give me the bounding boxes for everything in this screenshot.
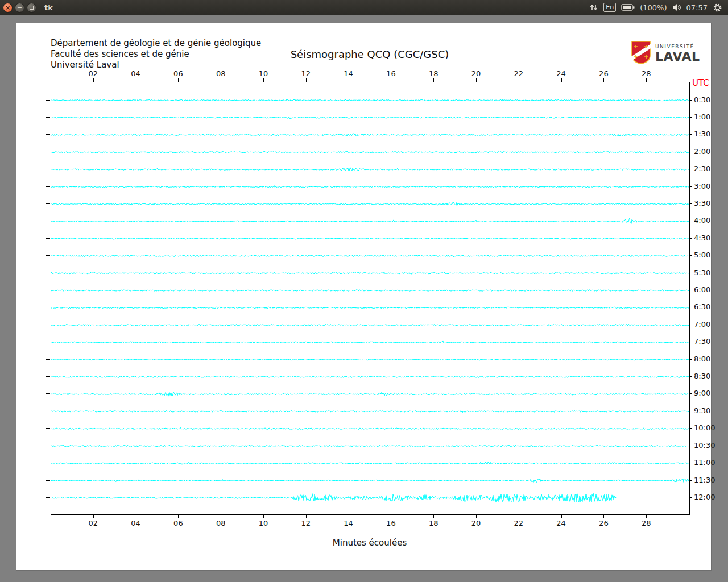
x-tick-bottom: [391, 514, 391, 518]
row-tick-left: [46, 325, 50, 325]
x-tick-bottom: [603, 514, 604, 518]
x-tick-top: [93, 78, 94, 82]
utc-row-label: 6:00: [694, 285, 710, 294]
x-tick-top: [561, 78, 562, 82]
row-tick-left: [46, 221, 50, 221]
row-tick-right: [689, 169, 692, 169]
x-tick-label-bottom: 14: [339, 519, 358, 527]
minimize-button[interactable]: −: [15, 3, 24, 13]
x-tick-label-bottom: 24: [552, 519, 571, 527]
x-tick-label-bottom: 08: [211, 519, 230, 527]
x-tick-bottom: [93, 514, 94, 518]
x-tick-label-top: 10: [254, 69, 273, 78]
row-tick-left: [46, 307, 50, 307]
x-tick-label-top: 16: [381, 69, 400, 78]
x-tick-label-top: 18: [424, 69, 443, 78]
utc-label: UTC: [692, 78, 709, 88]
x-tick-label-top: 22: [509, 69, 528, 78]
row-tick-left: [46, 393, 50, 394]
x-tick-bottom: [476, 514, 477, 518]
row-tick-left: [46, 169, 50, 169]
x-tick-top: [263, 78, 264, 82]
row-tick-left: [46, 463, 50, 463]
settings-gear-icon[interactable]: [713, 3, 722, 13]
x-tick-top: [136, 78, 136, 82]
utc-row-label: 5:30: [694, 268, 710, 277]
utc-row-label: 7:30: [694, 337, 710, 346]
laval-logo: UNIVERSITÉ LAVAL: [631, 40, 700, 66]
x-tick-label-bottom: 28: [636, 519, 656, 527]
row-tick-right: [689, 203, 692, 204]
row-tick-right: [689, 446, 692, 446]
row-tick-right: [689, 480, 692, 481]
laval-logo-text: UNIVERSITÉ LAVAL: [655, 44, 700, 63]
row-tick-right: [689, 290, 692, 290]
x-tick-top: [178, 78, 179, 82]
utc-row-label: 0:30: [694, 95, 710, 105]
x-tick-label-bottom: 16: [381, 519, 400, 527]
x-tick-bottom: [561, 514, 562, 518]
utc-row-label: 1:30: [694, 130, 710, 139]
row-tick-right: [689, 100, 692, 101]
x-tick-bottom: [433, 514, 434, 518]
x-tick-label-top: 06: [168, 69, 188, 78]
row-tick-right: [689, 221, 692, 221]
utc-row-label: 1:00: [694, 113, 710, 122]
laval-shield-icon: [631, 40, 651, 66]
x-tick-label-bottom: 22: [509, 519, 528, 527]
x-tick-bottom: [136, 514, 136, 518]
keyboard-indicator-icon[interactable]: [589, 3, 598, 12]
row-tick-right: [689, 186, 692, 187]
x-tick-label-bottom: 26: [594, 519, 613, 527]
battery-icon[interactable]: [621, 3, 635, 11]
x-tick-top: [476, 78, 477, 82]
utc-row-label: 9:00: [694, 389, 710, 398]
language-indicator[interactable]: En: [603, 3, 616, 12]
x-tick-label-bottom: 10: [254, 519, 273, 527]
row-tick-right: [689, 255, 692, 256]
row-tick-left: [46, 186, 50, 187]
utc-row-label: 9:30: [694, 406, 710, 415]
x-tick-label-top: 26: [594, 69, 613, 78]
x-tick-label-top: 08: [211, 69, 230, 78]
x-tick-label-bottom: 06: [168, 519, 188, 527]
x-tick-top: [603, 78, 604, 82]
row-tick-right: [689, 463, 692, 463]
row-tick-right: [689, 342, 692, 342]
row-tick-left: [46, 273, 50, 273]
utc-row-label: 2:00: [694, 147, 710, 156]
row-tick-right: [689, 325, 692, 325]
volume-icon[interactable]: [672, 3, 681, 11]
utc-row-label: 3:00: [694, 182, 710, 191]
row-tick-right: [689, 359, 692, 360]
system-tray: En (100%) 07:57: [589, 3, 728, 13]
x-tick-top: [646, 78, 647, 82]
row-tick-right: [689, 134, 692, 135]
plot-area: [51, 82, 690, 515]
row-tick-left: [46, 497, 50, 498]
utc-row-label: 6:30: [694, 302, 710, 311]
x-tick-label-bottom: 20: [466, 519, 486, 527]
x-tick-bottom: [306, 514, 307, 518]
close-button[interactable]: ×: [3, 3, 13, 13]
x-tick-label-top: 24: [552, 69, 571, 78]
x-tick-label-bottom: 04: [126, 519, 146, 527]
row-tick-left: [46, 117, 50, 118]
maximize-button[interactable]: [27, 3, 36, 13]
window-controls: × −: [0, 3, 36, 13]
x-tick-top: [306, 78, 307, 82]
x-tick-label-top: 02: [84, 69, 103, 78]
utc-row-label: 11:00: [694, 458, 715, 467]
app-window: Département de géologie et de génie géol…: [16, 23, 712, 571]
row-tick-left: [46, 342, 50, 342]
x-tick-bottom: [178, 514, 179, 518]
window-title: tk: [44, 3, 53, 12]
x-tick-top: [349, 78, 349, 82]
clock[interactable]: 07:57: [686, 3, 708, 12]
x-axis-title: Minutes écoulées: [51, 538, 689, 548]
row-tick-right: [689, 152, 692, 152]
laval-logo-bottom: LAVAL: [655, 51, 700, 63]
row-tick-right: [689, 393, 692, 394]
row-tick-left: [46, 480, 50, 481]
row-tick-left: [46, 359, 50, 360]
